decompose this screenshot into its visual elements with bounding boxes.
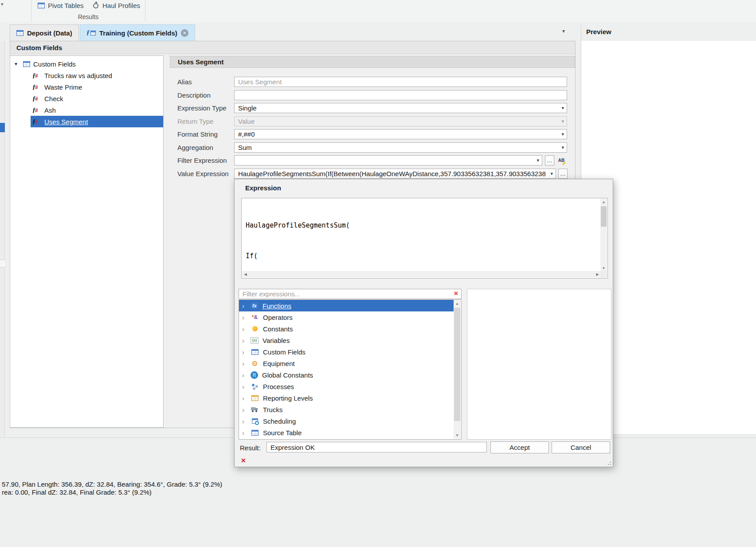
description-input[interactable]: [234, 90, 567, 100]
chevron-right-icon[interactable]: ›: [242, 429, 247, 437]
tab-close-icon[interactable]: ✕: [181, 29, 188, 37]
category-label: Global Constants: [262, 371, 313, 379]
custom-fields-icon: [251, 348, 259, 356]
expression-category-list[interactable]: › fx Functions › *& Operators › Constant…: [239, 299, 462, 440]
chevron-right-icon[interactable]: ›: [242, 406, 247, 413]
category-source-table[interactable]: › Source Table: [239, 427, 454, 438]
tree-item-check[interactable]: ƒ# Check: [10, 93, 163, 104]
left-collapsed-splitter[interactable]: [0, 260, 5, 268]
aggregation-select[interactable]: Sum ▾: [234, 142, 567, 153]
chevron-right-icon[interactable]: ›: [242, 337, 247, 344]
category-processes[interactable]: › Processes: [239, 381, 454, 392]
category-custom-fields[interactable]: › Custom Fields: [239, 346, 454, 358]
constants-icon: [251, 325, 259, 333]
chevron-down-icon: ▾: [561, 118, 564, 124]
format-string-select[interactable]: #,##0 ▾: [234, 129, 567, 139]
expression-dialog-title: Expression: [245, 184, 281, 192]
chevron-down-icon: ▾: [561, 131, 564, 137]
category-trucks[interactable]: › Trucks: [239, 404, 454, 415]
category-label: Scheduling: [263, 417, 296, 425]
chevron-right-icon[interactable]: ›: [242, 383, 247, 390]
clear-filter-icon[interactable]: ✕: [454, 290, 458, 297]
chevron-right-icon[interactable]: ›: [242, 417, 247, 425]
tab-training-custom-fields[interactable]: ƒ Training (Custom Fields) ✕: [80, 24, 195, 41]
resize-grip[interactable]: [606, 460, 611, 465]
code-line: HaulageProfileSegmentsSum(: [246, 220, 599, 231]
chevron-right-icon[interactable]: ›: [242, 302, 247, 310]
filter-expression-editor-button[interactable]: …: [545, 155, 554, 165]
chevron-right-icon[interactable]: ›: [242, 394, 247, 402]
operators-icon: *&: [251, 313, 259, 321]
tree-root-custom-fields[interactable]: ▾ Custom Fields: [10, 58, 163, 70]
reporting-levels-icon: [251, 394, 259, 402]
category-scheduling[interactable]: › Scheduling: [239, 415, 454, 427]
scroll-left-icon[interactable]: ◀: [242, 271, 249, 278]
category-variables[interactable]: › (x) Variables: [239, 334, 454, 346]
tree-expander-icon[interactable]: ▾: [15, 61, 20, 67]
haul-profiles-button[interactable]: Haul Profiles: [93, 0, 140, 11]
filter-expressions-input[interactable]: [239, 289, 462, 299]
scroll-up-icon[interactable]: ▲: [454, 300, 461, 307]
chevron-right-icon[interactable]: ›: [242, 348, 247, 356]
code-horizontal-scrollbar[interactable]: ◀ ▶: [242, 271, 601, 278]
rename-ab-icon[interactable]: AB: [556, 155, 567, 165]
field-function-icon: ƒ#: [32, 83, 41, 91]
result-value: Expression OK: [266, 442, 487, 453]
expression-type-select[interactable]: Single ▾: [234, 103, 567, 113]
return-type-label: Return Type: [177, 118, 213, 125]
expression-description-panel: [467, 289, 611, 440]
chevron-down-icon: ▾: [537, 157, 539, 163]
expression-code-editor[interactable]: HaulageProfileSegmentsSum( If( Between(H…: [246, 200, 599, 270]
chevron-right-icon[interactable]: ›: [242, 371, 247, 379]
ribbon-dropdown-icon[interactable]: ▾: [1, 1, 4, 7]
description-label: Description: [177, 91, 211, 99]
accept-button[interactable]: Accept: [490, 441, 549, 453]
scroll-down-icon[interactable]: ▼: [454, 432, 461, 439]
status-line-2: rea: 0.00, Final dZ: 32.84, Final Grade:…: [2, 488, 152, 496]
code-vertical-scrollbar[interactable]: ▲ ▼: [600, 199, 607, 272]
scrollbar-thumb[interactable]: [601, 206, 607, 227]
alias-input[interactable]: [234, 77, 567, 87]
scroll-up-icon[interactable]: ▲: [600, 199, 607, 205]
scroll-down-icon[interactable]: ▼: [600, 265, 607, 272]
left-selection-marker: [0, 123, 5, 132]
gear-icon: ⚙: [251, 359, 259, 367]
pivot-tables-button[interactable]: Pivot Tables: [38, 0, 84, 11]
value-expression-select[interactable]: HaulageProfileSegmentsSum(If(Between(Hau…: [234, 169, 556, 179]
scrollbar-thumb[interactable]: [454, 308, 460, 421]
tree-item-ash[interactable]: ƒ# Ash: [10, 104, 163, 116]
aggregation-label: Aggregation: [177, 144, 213, 151]
chevron-right-icon[interactable]: ›: [242, 360, 247, 367]
left-collapsed-panel[interactable]: [0, 41, 5, 437]
category-functions[interactable]: › fx Functions: [239, 300, 454, 311]
tree-item-label: Waste Prime: [44, 83, 82, 91]
chevron-down-icon: ▾: [561, 105, 564, 111]
cancel-button[interactable]: Cancel: [552, 441, 610, 453]
tab-list-dropdown-icon[interactable]: ▾: [562, 28, 565, 34]
value-expression-editor-button[interactable]: …: [558, 169, 568, 179]
tree-item-trucks-raw-vs-adjusted[interactable]: ƒ# Trucks raw vs adjusted: [10, 70, 163, 81]
category-partial-row[interactable]: ›: [239, 438, 454, 440]
category-reporting-levels[interactable]: › Reporting Levels: [239, 392, 454, 404]
custom-fields-tree[interactable]: ▾ Custom Fields ƒ# Trucks raw vs adjuste…: [10, 55, 164, 428]
tab-label: Deposit (Data): [27, 29, 72, 37]
tab-label: Training (Custom Fields): [99, 29, 177, 37]
tree-item-uses-segment[interactable]: ƒ# Uses Segment: [10, 116, 163, 127]
code-line: If(: [246, 251, 599, 261]
chevron-right-icon[interactable]: ›: [242, 325, 247, 333]
category-global-constants[interactable]: › π Global Constants: [239, 369, 454, 381]
category-operators[interactable]: › *& Operators: [239, 311, 454, 323]
functions-icon: fx: [251, 302, 259, 309]
pi-icon: π: [251, 371, 258, 379]
chevron-down-icon: ▾: [561, 145, 564, 150]
category-constants[interactable]: › Constants: [239, 323, 454, 334]
tree-item-waste-prime[interactable]: ƒ# Waste Prime: [10, 81, 163, 93]
filter-expression-select[interactable]: ▾: [234, 155, 542, 165]
chevron-right-icon[interactable]: ›: [242, 314, 247, 321]
variables-icon: (x): [251, 337, 259, 344]
category-equipment[interactable]: › ⚙ Equipment: [239, 358, 454, 369]
expression-code-box[interactable]: HaulageProfileSegmentsSum( If( Between(H…: [241, 198, 608, 279]
scroll-right-icon[interactable]: ▶: [594, 271, 601, 278]
tab-deposit-data[interactable]: Deposit (Data): [10, 24, 79, 41]
category-list-scrollbar[interactable]: ▲ ▼: [454, 300, 461, 439]
